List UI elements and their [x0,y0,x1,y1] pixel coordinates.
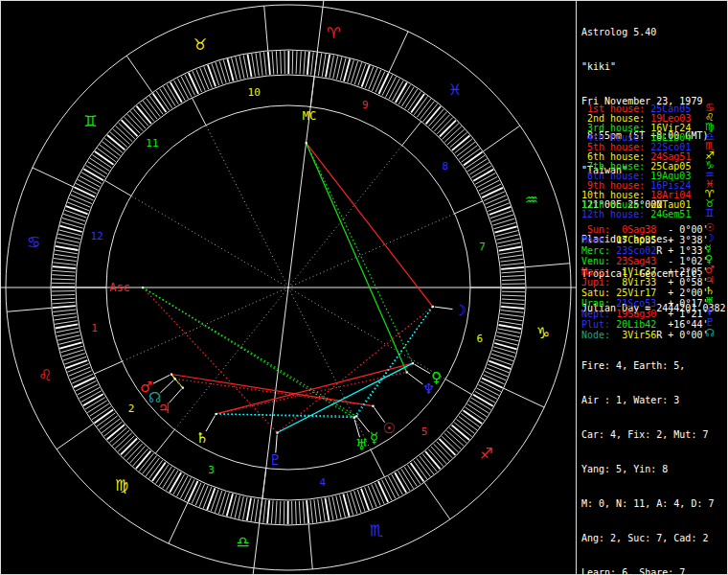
stat-learn-share: Learn: 6, Share: 7 [581,567,714,575]
house-cusp-inner [288,288,445,380]
house-cusp-inner [122,288,288,361]
chart-name: "kiki" [581,61,726,73]
sign-glyph-pisces: ♓ [448,80,462,99]
zodiac-sign-icon: ♊ [705,208,715,219]
house-number-10: 10 [248,86,261,99]
planet-row: Mars: 1Vir37 + 2°05'♂ [581,266,708,277]
planet-list: Sun: 0Sag38 - 0°00'☉Moon: 17Cap35 + 3°38… [581,224,708,340]
aspect-line-square [307,143,433,307]
sign-boundary [424,482,450,519]
planet-dot [412,362,414,364]
stat-hemispheres: M: 0, N: 11, A: 4, D: 7 [581,498,714,510]
house-cusp [445,380,472,395]
planet-label: Plut: [581,319,610,330]
ascendant-label: Asc [109,281,130,294]
house-number-4: 4 [319,476,326,489]
planet-label: Sun: [581,224,610,235]
wheel-planet-glyph-plut: ♇ [268,451,281,469]
planet-dot [432,306,434,308]
wheel-planet-glyph-nept: ♆ [422,380,435,398]
house-cusp [455,201,483,214]
house-cusp-value: 24Gem51 [645,209,691,219]
house-cusp [94,361,122,374]
wheel-planet-glyph-merc: ☿ [370,429,378,447]
wheel-planet-glyph-satu: ♄ [195,429,208,447]
house-number-11: 11 [146,137,158,150]
house-number-9: 9 [362,99,369,111]
planet-velocity: + 1°21' [662,309,708,319]
house-number-2: 2 [128,402,135,415]
planet-velocity: +16°44' [662,319,708,330]
stat-elements-2: Air : 1, Water: 3 [581,395,714,406]
planet-position-value: 25Vir17 [610,288,656,298]
planet-pointer [160,380,173,393]
planet-position-value: 8Vir33 [610,277,656,288]
planet-pointer [153,375,170,383]
sign-glyph-aries: ♈ [327,24,340,42]
planet-row: Jupi: 8Vir33 + 0°58'♃ [581,277,708,288]
planet-position-value: 0Sag38 [610,224,656,235]
sign-glyph-cancer: ♋ [27,233,40,251]
planet-label: Jupi: [581,277,610,288]
house-number-8: 8 [443,160,449,172]
sign-boundary [7,308,52,311]
house-row: 12th house: 24Gem51♊ [581,210,691,219]
planet-row: Merc: 23Sco02R + 1°33'☿ [581,245,708,256]
sign-boundary [33,168,74,187]
sign-glyph-scorpio: ♏ [370,521,383,540]
house-number-1: 1 [91,322,98,334]
planet-row: Venu: 23Sag43 - 1°02'♀ [581,256,708,266]
planet-dot [276,432,278,434]
planet-velocity: + 0°58' [662,277,708,288]
planet-row: Nept: 19Sag30 + 1°21'♆ [581,309,708,319]
sign-boundary [126,56,152,93]
planet-label: Satu: [581,288,610,298]
sign-boundary [525,264,570,267]
planet-velocity: - 0°00' [662,224,708,235]
house-number-5: 5 [421,426,428,438]
house-number-7: 7 [479,241,486,253]
planet-position-value: 20Lib42 [610,319,656,330]
sign-glyph-gemini: ♊ [83,112,97,130]
angle-dot [142,287,144,288]
sign-glyph-sagittarius: ♐ [479,445,492,463]
planet-row: Uran: 21Sco53 + 0°17'♅ [581,298,708,309]
app-title: Astrolog 5.40 [581,27,726,38]
planet-position-value: 21Sco53 [610,298,656,309]
planet-velocity: + 0°17' [662,298,708,309]
planet-dot [372,405,374,407]
astrolog-window: { "palette": { "red": "#ff2222", "yellow… [0,0,728,575]
planet-position-value: 23Sco02 [610,245,656,256]
planet-row: Satu: 25Vir17 + 2°00'♄ [581,288,708,298]
planet-row: Plut: 20Lib42 +16°44'♇ [581,319,708,330]
info-panel: Astrolog 5.40 "kiki" Fri November 23, 19… [576,1,728,574]
planet-velocity: - 1°02' [662,256,708,266]
stat-elements-1: Fire: 4, Earth: 5, [581,360,714,372]
planet-dot [182,387,184,389]
house-cusp-inner [288,214,455,288]
planet-label: Nept: [581,309,610,319]
sign-glyph-aquarius: ♒ [525,191,538,209]
planet-velocity: + 3°38' [662,235,708,245]
planet-pointer [357,418,369,432]
planet-velocity: + 2°05' [662,266,708,277]
stat-yang-yin: Yang: 5, Yin: 8 [581,464,714,475]
aspect-line-square [216,363,412,414]
planet-label: Venu: [581,256,610,266]
planet-dot [215,413,216,415]
planet-pointer [435,307,453,309]
stat-modes: Car: 4, Fix: 2, Mut: 7 [581,429,714,441]
planet-pointer [276,435,277,453]
app-frame: ♈♉♊♋♌♍♎♏♐♑♒♓123456789101112AscMC☉☽☿♀♂♃♄♅… [0,0,728,575]
aspect-line-trine [307,143,413,363]
planet-velocity: + 2°00' [662,288,708,298]
wheel-planet-glyph-moon: ☽ [454,302,466,319]
planet-pointer [170,389,182,402]
planet-label: Uran: [581,298,610,309]
house-cusp-inner [288,288,371,449]
planet-label: Mars: [581,266,610,277]
house-cusp-inner [288,146,402,288]
stat-house-types: Ang: 2, Suc: 7, Cad: 2 [581,533,714,544]
house-cusp [371,449,384,477]
house-cusp [402,122,421,146]
